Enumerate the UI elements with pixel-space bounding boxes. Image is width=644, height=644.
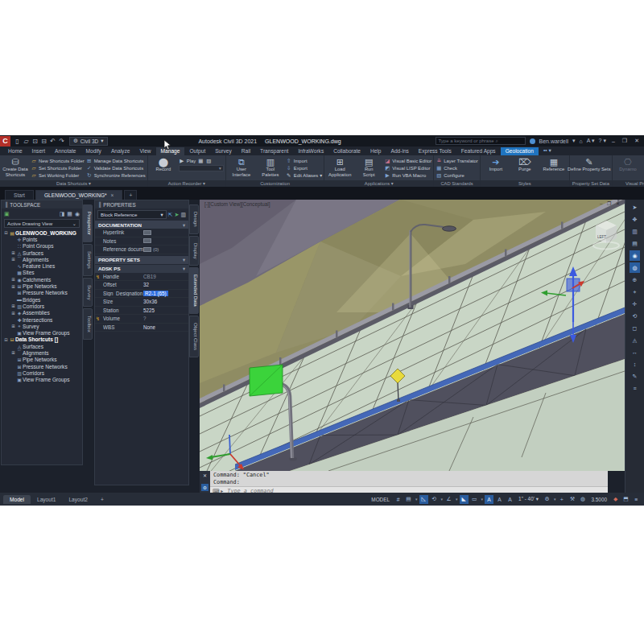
- tree-item-sites[interactable]: ▦Sites: [2, 270, 82, 276]
- browse-button[interactable]: [143, 247, 151, 252]
- panorama-icon[interactable]: ◨: [60, 211, 65, 217]
- chevron-down-icon[interactable]: ▾: [554, 497, 556, 502]
- layout-tab--[interactable]: +: [94, 495, 110, 504]
- expand-icon[interactable]: ⊞: [10, 257, 16, 262]
- isolate-objects-icon[interactable]: ⬒: [621, 495, 630, 504]
- define-property-sets-button[interactable]: ✎Define Property Sets: [572, 156, 607, 172]
- expand-icon[interactable]: ⊞: [10, 303, 16, 308]
- manage-data-shortcuts-button[interactable]: ⊞Manage Data Shortcuts: [86, 158, 146, 164]
- user-interface-button[interactable]: ⧉UserInterface: [228, 156, 255, 177]
- ribbon-tab--[interactable]: ▪▪ ▾: [539, 147, 556, 155]
- toolspace-tab-settings[interactable]: Settings: [83, 244, 93, 276]
- rotate-tool-icon[interactable]: ⟲: [630, 311, 640, 321]
- save-file-icon[interactable]: ⊡: [31, 138, 39, 145]
- property-row-handle[interactable]: ↯HandleCB19: [95, 273, 188, 282]
- ribbon-tab-transparent[interactable]: Transparent: [255, 147, 293, 155]
- property-value[interactable]: 5225: [143, 308, 155, 313]
- property-row-volume[interactable]: ↯Volume?: [95, 315, 188, 324]
- ribbon-tab-analyze[interactable]: Analyze: [106, 147, 134, 155]
- layout-tab-model[interactable]: Model: [3, 495, 31, 504]
- edit-aliases-button[interactable]: ✎Edit Aliases▾: [286, 172, 322, 179]
- ribbon-tab-annotate[interactable]: Annotate: [50, 147, 80, 155]
- tab-start[interactable]: Start: [5, 190, 34, 200]
- section-adsk-ps[interactable]: ADSK PS▾: [95, 265, 188, 273]
- ribbon-tab-add-ins[interactable]: Add-ins: [386, 147, 413, 155]
- plus-icon[interactable]: ＋: [557, 495, 566, 504]
- tree-item-pressure-networks[interactable]: ⊠Pressure Networks: [2, 363, 82, 369]
- ribbon-tab-geolocation[interactable]: Geolocation: [501, 147, 539, 155]
- configure-standards-button[interactable]: ▧Configure: [436, 172, 478, 179]
- property-value[interactable]: 30x36: [143, 299, 157, 304]
- tree-item-feature-lines[interactable]: ∿Feature Lines: [2, 262, 82, 269]
- property-value[interactable]: CB19: [143, 274, 156, 279]
- viewport-canvas[interactable]: LEFT: [200, 200, 625, 471]
- close-command-icon[interactable]: ✕: [203, 473, 207, 478]
- help-icon[interactable]: ◉: [75, 211, 80, 217]
- object-type-dropdown[interactable]: Block Reference ▾: [97, 210, 167, 219]
- drag-grip-icon[interactable]: ▐: [97, 202, 101, 207]
- drawing-viewport[interactable]: LEFT [-][Custom View][Conceptual] ‒ ❐ ✕: [200, 200, 625, 471]
- tree-item-alignments[interactable]: ⊞⌒Alignments: [2, 349, 82, 356]
- import-customization-button[interactable]: ⇧Import: [286, 158, 322, 164]
- annotation-visibility-icon[interactable]: A: [485, 495, 493, 504]
- status-value[interactable]: 3.5000: [588, 497, 609, 502]
- property-value[interactable]: R2-1 (65): [143, 291, 168, 296]
- new-shortcuts-folder-button[interactable]: ▱New Shortcuts Folder: [31, 158, 85, 164]
- purge-styles-button[interactable]: ⌦Purge: [511, 156, 539, 172]
- expand-icon[interactable]: ⊞: [10, 277, 16, 282]
- property-value[interactable]: None: [143, 324, 155, 330]
- load-application-button[interactable]: ⊞LoadApplication: [326, 156, 353, 177]
- close-tab-icon[interactable]: ×: [111, 192, 114, 198]
- customization-menu-icon[interactable]: ≡: [632, 495, 641, 504]
- toolspace-header[interactable]: ▐ TOOLSPACE: [2, 200, 82, 208]
- quick-select-icon[interactable]: ▥: [180, 212, 186, 218]
- ribbon-tab-rail[interactable]: Rail: [237, 147, 255, 155]
- toolspace-tab-survey[interactable]: Survey: [83, 278, 93, 308]
- plot-icon[interactable]: ⊟: [39, 138, 48, 145]
- ribbon-tab-help[interactable]: Help: [365, 147, 386, 155]
- panel-label[interactable]: Action Recorder ▾: [148, 180, 225, 187]
- panel-label[interactable]: Visual Programming: [613, 180, 644, 187]
- property-row-notes[interactable]: Notes: [95, 237, 188, 246]
- steering-wheel-icon[interactable]: ◍: [630, 262, 640, 273]
- properties-header[interactable]: ▐ PROPERTIES: [95, 200, 188, 208]
- isodraft-icon[interactable]: ∠: [444, 495, 453, 504]
- panel-label[interactable]: Applications ▾: [324, 180, 433, 187]
- tree-item-point-groups[interactable]: ∷Point Groups: [2, 243, 82, 250]
- browse-button[interactable]: [143, 238, 151, 243]
- chevron-down-icon[interactable]: ▾: [572, 138, 576, 144]
- tool-palettes-button[interactable]: ▥ToolPalettes: [257, 156, 284, 177]
- tab-drawing[interactable]: GLENWOOD_WORKING*×: [35, 190, 123, 200]
- command-history[interactable]: Command: "Cancel" Command:: [210, 471, 608, 486]
- ribbon-tab-express-tools[interactable]: Express Tools: [414, 147, 456, 155]
- layers-tool-icon[interactable]: ▤: [630, 238, 640, 249]
- edit-tool-icon[interactable]: ✎: [630, 371, 640, 382]
- export-customization-button[interactable]: ⇩Export: [286, 165, 322, 171]
- synchronize-references-button[interactable]: ↻Synchronize References: [86, 172, 146, 179]
- measure-tool-icon[interactable]: ⌖: [630, 287, 640, 297]
- layer-translator-button[interactable]: ≞Layer Translator: [436, 158, 478, 164]
- tree-item-data-shortcuts-[interactable]: ⊟⊟Data Shortcuts []: [2, 336, 82, 343]
- chevron-down-icon[interactable]: ▾: [481, 497, 484, 502]
- undo-icon[interactable]: ↶: [48, 138, 57, 145]
- tree-item-pipe-networks[interactable]: ⊞Pipe Networks: [2, 357, 82, 363]
- tree-item-surfaces[interactable]: ◬Surfaces: [2, 343, 82, 349]
- layout-tab-layout1[interactable]: Layout1: [31, 495, 62, 504]
- hardware-acceleration-icon[interactable]: ⚒: [568, 495, 576, 504]
- restore-button[interactable]: ❐: [621, 138, 629, 144]
- osnap-icon[interactable]: ◣: [460, 495, 469, 504]
- minimize-button[interactable]: ‒: [610, 138, 617, 144]
- open-file-icon[interactable]: ▱: [22, 138, 31, 145]
- expand-icon[interactable]: ⊞: [10, 311, 16, 316]
- expand-icon[interactable]: ⊞: [10, 350, 16, 355]
- layout-tab-layout2[interactable]: Layout2: [62, 495, 93, 504]
- browse-button[interactable]: [143, 230, 151, 235]
- ortho-icon[interactable]: ◺: [419, 495, 428, 504]
- toolspace-tab-toolbox[interactable]: Toolbox: [83, 308, 93, 340]
- tree-item-points[interactable]: ✛Points: [2, 236, 82, 242]
- tree-item-intersections[interactable]: ✚Intersections: [2, 316, 82, 323]
- model-space-toggle[interactable]: MODEL: [369, 497, 392, 502]
- tree-item-catchments[interactable]: ⊞◉Catchments: [2, 276, 82, 283]
- palette-tool-icon[interactable]: ▥: [630, 226, 640, 237]
- check-standards-button[interactable]: ▦Check: [436, 165, 478, 171]
